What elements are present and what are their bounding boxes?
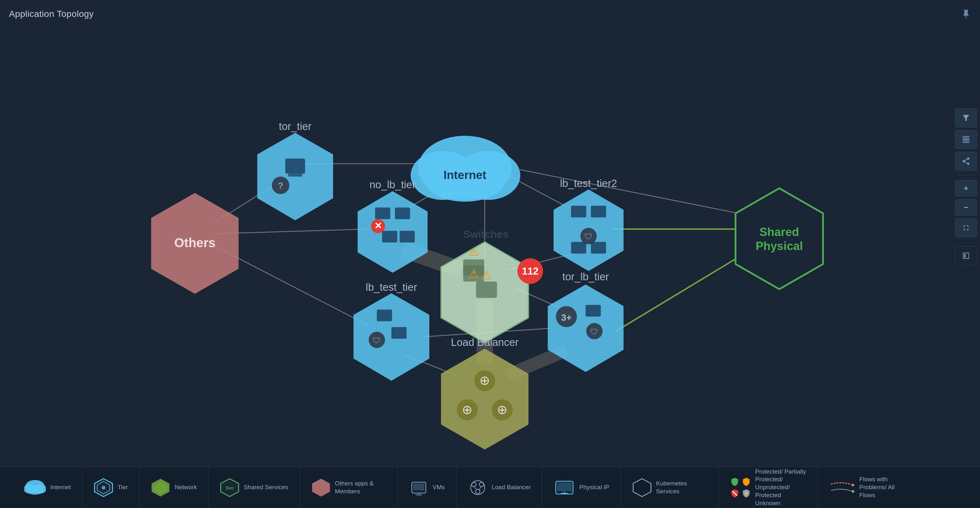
svg-point-91 xyxy=(479,482,484,487)
svg-text:⚠: ⚠ xyxy=(468,245,479,258)
svg-rect-56 xyxy=(391,327,407,339)
svg-text:⚠: ⚠ xyxy=(468,268,479,280)
svg-marker-102 xyxy=(852,483,855,487)
svg-rect-29 xyxy=(375,207,390,219)
legend-tier-label: Tier xyxy=(118,484,128,491)
right-toolbar: + − xyxy=(952,108,980,265)
svg-rect-41 xyxy=(591,242,606,254)
svg-text:Shared: Shared xyxy=(760,226,799,239)
svg-text:🛡: 🛡 xyxy=(590,327,598,336)
svg-rect-40 xyxy=(571,242,586,254)
svg-text:3+: 3+ xyxy=(561,312,572,323)
legend-protected-label: Protected/ Partially Protected/ Unprotec… xyxy=(755,468,806,507)
svg-text:?: ? xyxy=(745,491,748,495)
shared-services-legend-icon: Svc xyxy=(220,478,239,497)
load-balancer-node[interactable]: ⊕ ⊕ ⊕ xyxy=(441,349,529,450)
svg-rect-96 xyxy=(557,483,572,491)
legend-physical-ip-label: Physical IP xyxy=(579,484,609,491)
svg-text:Internet: Internet xyxy=(444,169,486,182)
vms-legend-icon xyxy=(409,480,428,495)
svg-rect-86 xyxy=(413,484,425,490)
tor-tier-node[interactable]: ? xyxy=(257,133,333,220)
svg-text:⊕: ⊕ xyxy=(497,403,508,417)
protected-unknown-icon: ? xyxy=(742,489,751,498)
legend-vms: VMs xyxy=(398,467,457,508)
tor-lb-tier-label: tor_lb_tier xyxy=(562,271,609,282)
others-apps-legend-icon xyxy=(312,478,331,497)
svg-line-94 xyxy=(479,487,482,489)
svg-rect-53 xyxy=(377,310,392,322)
partially-protected-icon xyxy=(742,477,751,487)
internet-legend-icon xyxy=(24,479,46,496)
layout-button[interactable] xyxy=(955,130,977,149)
legend-physical-ip: Physical IP xyxy=(542,467,621,508)
svg-point-76 xyxy=(27,486,43,495)
svg-rect-24 xyxy=(285,159,305,174)
svg-point-92 xyxy=(476,489,480,494)
legend-flows: Flows with Problems/ All Flows xyxy=(818,467,922,508)
svg-text:🛡: 🛡 xyxy=(372,336,381,345)
zoom-out-button[interactable]: − xyxy=(955,199,977,216)
unprotected-icon xyxy=(730,489,739,498)
svg-marker-63 xyxy=(441,349,529,450)
legend-tier: Tier xyxy=(83,467,140,508)
flows-legend-icon xyxy=(829,479,855,496)
svg-point-79 xyxy=(102,486,105,489)
lb-test-tier2-label: lb_test_tier2 xyxy=(560,177,617,189)
legend-kubernetes: Kubernetes Services xyxy=(621,467,719,508)
lb-test-tier-node[interactable]: 🛡 xyxy=(353,293,430,381)
svg-text:⚠: ⚠ xyxy=(481,269,492,282)
svg-rect-60 xyxy=(586,305,601,317)
svg-line-93 xyxy=(474,487,476,489)
shared-physical-node[interactable]: Shared Physical xyxy=(735,188,823,289)
others-node[interactable]: Others xyxy=(151,193,239,294)
legend-load-balancer: Load Balancer xyxy=(457,467,543,508)
load-balancer-label: Load Balancer xyxy=(451,336,519,348)
svg-text:Svc: Svc xyxy=(226,486,234,490)
svg-marker-103 xyxy=(852,489,855,493)
lb-test-tier-label: lb_test_tier xyxy=(366,281,417,293)
svg-marker-84 xyxy=(312,479,330,497)
legend-bar: Internet Tier Network Svc Shared Service… xyxy=(0,467,980,508)
legend-vms-label: VMs xyxy=(433,484,445,491)
legend-network: Network xyxy=(140,467,208,508)
share-button[interactable] xyxy=(955,151,977,171)
page-title: Application Topology xyxy=(9,9,94,19)
svg-text:?: ? xyxy=(278,180,283,191)
tor-tier-label: tor_tier xyxy=(279,120,312,132)
svg-text:⊕: ⊕ xyxy=(462,403,473,417)
svg-text:Physical: Physical xyxy=(756,239,803,253)
svg-rect-34 xyxy=(400,231,415,243)
legend-flows-label: Flows with Problems/ All Flows xyxy=(859,476,910,499)
tier-legend-icon xyxy=(94,478,113,497)
svg-marker-99 xyxy=(633,479,651,497)
fit-button[interactable] xyxy=(955,218,977,237)
legend-kubernetes-label: Kubernetes Services xyxy=(656,480,707,495)
legend-shared-services-label: Shared Services xyxy=(243,484,288,491)
badge-112: 112 xyxy=(522,266,539,277)
zoom-in-button[interactable]: + xyxy=(955,180,977,196)
lb-test-tier2-node[interactable]: 🛡 xyxy=(554,190,624,271)
internet-node[interactable]: Internet xyxy=(410,136,520,202)
pin-icon[interactable] xyxy=(961,9,971,21)
legend-lb-label: Load Balancer xyxy=(492,484,531,491)
network-legend-icon xyxy=(151,478,170,497)
filter-button[interactable] xyxy=(955,108,977,127)
switches-node[interactable]: ⚠ ⚠ ⚠ xyxy=(441,242,529,343)
legend-network-label: Network xyxy=(175,484,197,491)
svg-marker-70 xyxy=(735,188,823,289)
svg-point-90 xyxy=(472,482,476,487)
no-lb-tier-label: no_lb_tier xyxy=(369,179,416,191)
topology-canvas[interactable]: Internet ? tor_tier ✕ no_lb_tier 🛡 lb_te… xyxy=(0,19,952,486)
switches-label: Switches xyxy=(463,228,509,240)
legend-shared-services: Svc Shared Services xyxy=(208,467,300,508)
svg-rect-37 xyxy=(591,206,606,218)
svg-rect-49 xyxy=(476,282,497,298)
protected-icon xyxy=(730,477,739,487)
svg-text:🛡: 🛡 xyxy=(584,232,593,241)
legend-internet: Internet xyxy=(13,467,83,508)
panel-toggle-button[interactable] xyxy=(955,246,977,265)
kubernetes-legend-icon xyxy=(633,478,652,497)
legend-protected: ? Protected/ Partially Protected/ Unprot… xyxy=(719,467,818,508)
svg-rect-30 xyxy=(395,207,410,219)
